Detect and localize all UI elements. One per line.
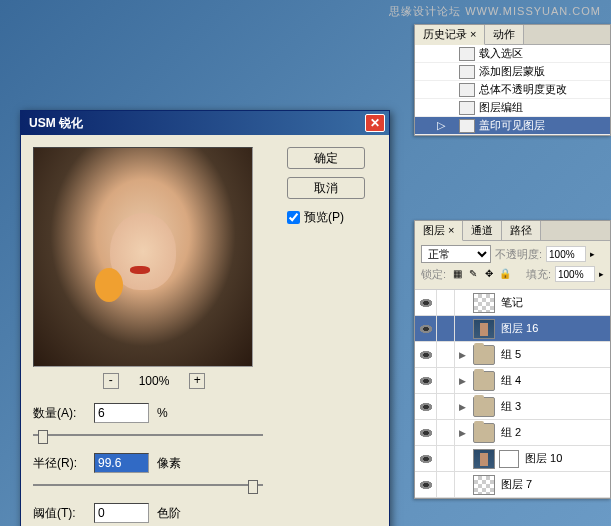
chevron-right-icon[interactable]: ▸ [590, 249, 595, 259]
layer-name: 图层 7 [499, 477, 610, 492]
eye-icon [419, 480, 433, 490]
history-item-label: 载入选区 [479, 46, 523, 61]
layer-row[interactable]: 笔记 [415, 290, 610, 316]
link-cell[interactable] [437, 446, 455, 471]
layer-row[interactable]: 图层 16 [415, 316, 610, 342]
link-cell[interactable] [437, 316, 455, 341]
expand-arrow-icon[interactable]: ▶ [455, 428, 469, 438]
threshold-unit: 色阶 [157, 505, 181, 522]
layer-thumbnail[interactable] [473, 475, 495, 495]
layer-mask-thumb[interactable] [499, 450, 519, 468]
layer-thumbnail[interactable] [473, 293, 495, 313]
history-step-icon [459, 83, 475, 97]
link-cell[interactable] [437, 290, 455, 315]
fill-input[interactable] [555, 266, 595, 282]
history-item[interactable]: 添加图层蒙版 [415, 63, 610, 81]
threshold-label: 阈值(T): [33, 505, 88, 522]
dialog-titlebar[interactable]: USM 锐化 ✕ [21, 111, 389, 135]
layer-row[interactable]: ▶组 4 [415, 368, 610, 394]
zoom-in-button[interactable]: + [189, 373, 205, 389]
watermark-text: 思缘设计论坛 WWW.MISSYUAN.COM [389, 4, 601, 19]
radius-input[interactable] [94, 453, 149, 473]
visibility-toggle[interactable] [415, 368, 437, 393]
radius-slider[interactable] [33, 481, 263, 489]
cancel-button[interactable]: 取消 [287, 177, 365, 199]
lock-transparency-icon[interactable]: ▦ [450, 267, 464, 281]
layer-name: 组 5 [499, 347, 610, 362]
preview-checkbox[interactable] [287, 211, 300, 224]
amount-input[interactable] [94, 403, 149, 423]
amount-unit: % [157, 406, 168, 420]
tab-layers[interactable]: 图层 × [415, 221, 463, 241]
dialog-title: USM 锐化 [25, 115, 365, 132]
history-item[interactable]: 载入选区 [415, 45, 610, 63]
zoom-out-button[interactable]: - [103, 373, 119, 389]
link-cell[interactable] [437, 368, 455, 393]
history-item-label: 总体不透明度更改 [479, 82, 567, 97]
threshold-input[interactable] [94, 503, 149, 523]
tab-paths[interactable]: 路径 [502, 221, 541, 240]
blend-mode-select[interactable]: 正常 [421, 245, 491, 263]
chevron-right-icon[interactable]: ▸ [599, 269, 604, 279]
link-cell[interactable] [437, 394, 455, 419]
layer-thumbnail[interactable] [473, 397, 495, 417]
layer-row[interactable]: ▶组 2 [415, 420, 610, 446]
history-item-label: 添加图层蒙版 [479, 64, 545, 79]
expand-arrow-icon[interactable]: ▶ [455, 402, 469, 412]
zoom-level: 100% [139, 374, 170, 388]
lock-paint-icon[interactable]: ✎ [466, 267, 480, 281]
layer-thumbnail[interactable] [473, 319, 495, 339]
lock-move-icon[interactable]: ✥ [482, 267, 496, 281]
layers-list: 笔记图层 16▶组 5▶组 4▶组 3▶组 2图层 10图层 7 [415, 290, 610, 498]
radius-label: 半径(R): [33, 455, 88, 472]
lock-all-icon[interactable]: 🔒 [498, 267, 512, 281]
amount-slider[interactable] [33, 431, 263, 439]
layer-thumbnail[interactable] [473, 449, 495, 469]
tab-channels[interactable]: 通道 [463, 221, 502, 240]
eye-icon [419, 428, 433, 438]
layers-tabs: 图层 × 通道 路径 [415, 221, 610, 241]
link-cell[interactable] [437, 420, 455, 445]
link-cell[interactable] [437, 342, 455, 367]
history-item-label: 盖印可见图层 [479, 118, 545, 133]
layer-thumbnail[interactable] [473, 371, 495, 391]
history-panel: 历史记录 × 动作 载入选区 添加图层蒙版 总体不透明度更改 图层编组 ▷盖印可… [414, 24, 611, 136]
lock-label: 锁定: [421, 267, 446, 282]
preview-image[interactable] [33, 147, 253, 367]
eye-icon [419, 298, 433, 308]
eye-icon [419, 402, 433, 412]
history-step-icon [459, 101, 475, 115]
opacity-input[interactable] [546, 246, 586, 262]
expand-arrow-icon[interactable]: ▶ [455, 350, 469, 360]
history-item[interactable]: ▷盖印可见图层 [415, 117, 610, 135]
visibility-toggle[interactable] [415, 446, 437, 471]
visibility-toggle[interactable] [415, 316, 437, 341]
layer-row[interactable]: 图层 7 [415, 472, 610, 498]
visibility-toggle[interactable] [415, 472, 437, 497]
visibility-toggle[interactable] [415, 290, 437, 315]
eye-icon [419, 350, 433, 360]
visibility-toggle[interactable] [415, 342, 437, 367]
history-item[interactable]: 总体不透明度更改 [415, 81, 610, 99]
layer-name: 组 3 [499, 399, 610, 414]
history-step-icon [459, 47, 475, 61]
ok-button[interactable]: 确定 [287, 147, 365, 169]
layer-thumbnail[interactable] [473, 423, 495, 443]
link-cell[interactable] [437, 472, 455, 497]
close-icon[interactable]: ✕ [365, 114, 385, 132]
layer-row[interactable]: 图层 10 [415, 446, 610, 472]
layer-thumbnail[interactable] [473, 345, 495, 365]
fill-label: 填充: [526, 267, 551, 282]
visibility-toggle[interactable] [415, 420, 437, 445]
tab-actions[interactable]: 动作 [485, 25, 524, 44]
history-tabs: 历史记录 × 动作 [415, 25, 610, 45]
expand-arrow-icon[interactable]: ▶ [455, 376, 469, 386]
layer-row[interactable]: ▶组 3 [415, 394, 610, 420]
usm-dialog: USM 锐化 ✕ - 100% + 数量(A): % [20, 110, 390, 526]
eye-icon [419, 324, 433, 334]
layer-row[interactable]: ▶组 5 [415, 342, 610, 368]
visibility-toggle[interactable] [415, 394, 437, 419]
tab-history[interactable]: 历史记录 × [415, 25, 485, 45]
history-item[interactable]: 图层编组 [415, 99, 610, 117]
preview-label: 预览(P) [304, 209, 344, 226]
